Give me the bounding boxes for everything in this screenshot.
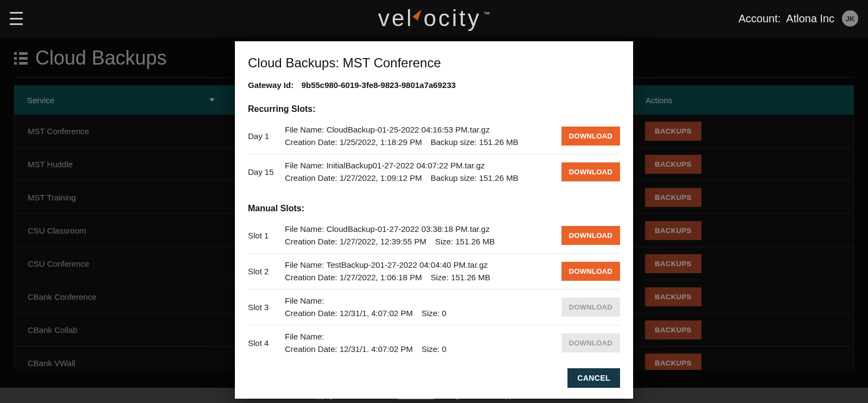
slot-info: File Name: InitialBackup01-27-2022 04:07…	[285, 160, 554, 184]
hamburger-icon[interactable]	[10, 12, 23, 25]
gateway-row: Gateway Id: 9b55c980-6019-3fe8-9823-9801…	[248, 80, 620, 90]
download-button[interactable]: DOWNLOAD	[561, 226, 620, 245]
slot-label: Day 15	[248, 167, 277, 177]
logo-text-right: city	[438, 5, 481, 32]
download-button[interactable]: DOWNLOAD	[561, 262, 620, 281]
cancel-button[interactable]: CANCEL	[567, 368, 620, 388]
gateway-id: 9b55c980-6019-3fe8-9823-9801a7a69233	[302, 80, 456, 90]
slot-info: File Name: CloudBackup-01-25-2022 04:16:…	[285, 124, 554, 148]
slot-info: File Name: Creation Date: 12/31/1. 4:07:…	[285, 331, 554, 355]
recurring-list: Day 1File Name: CloudBackup-01-25-2022 0…	[248, 118, 620, 190]
slot-row: Slot 2File Name: TestBackup-201-27-2022 …	[248, 254, 620, 289]
download-button: DOWNLOAD	[561, 298, 620, 317]
slot-info: File Name: Creation Date: 12/31/1, 4:07:…	[285, 295, 554, 319]
recurring-title: Recurring Slots:	[248, 104, 620, 114]
top-bar: vel o city ™ Account: Atlona Inc JK	[0, 0, 868, 37]
slot-label: Day 1	[248, 131, 277, 141]
backups-modal: Cloud Backups: MST Conference Gateway Id…	[235, 41, 633, 399]
slot-label: Slot 3	[248, 303, 277, 312]
slot-row: Slot 4File Name: Creation Date: 12/31/1.…	[248, 325, 620, 361]
manual-title: Manual Slots:	[248, 204, 620, 213]
download-button: DOWNLOAD	[561, 333, 620, 352]
slot-row: Slot 3File Name: Creation Date: 12/31/1,…	[248, 289, 620, 325]
slot-info: File Name: TestBackup-201-27-2022 04:04:…	[285, 259, 554, 284]
trademark-icon: ™	[483, 10, 492, 18]
download-button[interactable]: DOWNLOAD	[561, 127, 620, 146]
modal-title: Cloud Backups: MST Conference	[248, 55, 620, 71]
gateway-label: Gateway Id:	[248, 80, 293, 90]
manual-list: Slot 1File Name: CloudBackup-01-27-2022 …	[248, 218, 620, 361]
logo: vel o city ™	[378, 5, 490, 32]
logo-text-o: o	[424, 5, 438, 32]
slot-row: Day 1File Name: CloudBackup-01-25-2022 0…	[248, 118, 620, 154]
slot-label: Slot 1	[248, 231, 277, 240]
slot-row: Day 15File Name: InitialBackup01-27-2022…	[248, 154, 620, 190]
slot-info: File Name: CloudBackup-01-27-2022 03:38:…	[285, 223, 554, 248]
account-area: Account: Atlona Inc JK	[738, 10, 858, 27]
slot-label: Slot 2	[248, 267, 277, 276]
logo-text-left: vel	[378, 5, 414, 32]
download-button[interactable]: DOWNLOAD	[561, 162, 620, 181]
avatar[interactable]: JK	[842, 10, 858, 27]
slot-row: Slot 1File Name: CloudBackup-01-27-2022 …	[248, 218, 620, 254]
logo-accent-icon	[415, 9, 425, 18]
slot-label: Slot 4	[248, 338, 277, 348]
modal-actions: CANCEL	[248, 368, 620, 388]
account-label: Account: Atlona Inc	[738, 12, 834, 25]
